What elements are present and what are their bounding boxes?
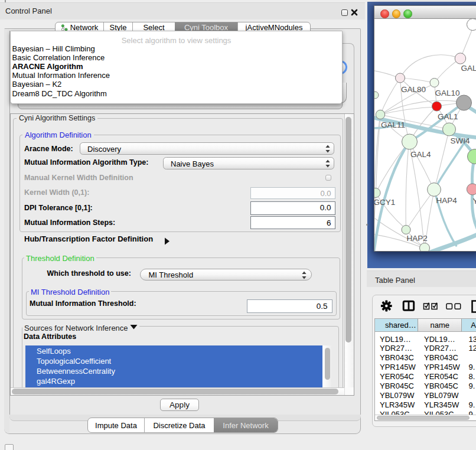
svg-text:GAL80: GAL80 [401, 85, 426, 94]
svg-text:GAL7: GAL7 [461, 64, 476, 73]
svg-text:GAL1: GAL1 [438, 112, 458, 121]
svg-text:HAP4: HAP4 [436, 196, 457, 205]
svg-text:GAL4: GAL4 [410, 150, 431, 159]
svg-text:YB: YB [472, 197, 476, 206]
svg-text:GAL11: GAL11 [381, 120, 405, 129]
svg-text:GAL10: GAL10 [435, 89, 459, 97]
svg-text:HAP2: HAP2 [406, 234, 427, 243]
svg-text:GCY1: GCY1 [374, 198, 395, 207]
svg-text:SWI4: SWI4 [450, 136, 470, 145]
